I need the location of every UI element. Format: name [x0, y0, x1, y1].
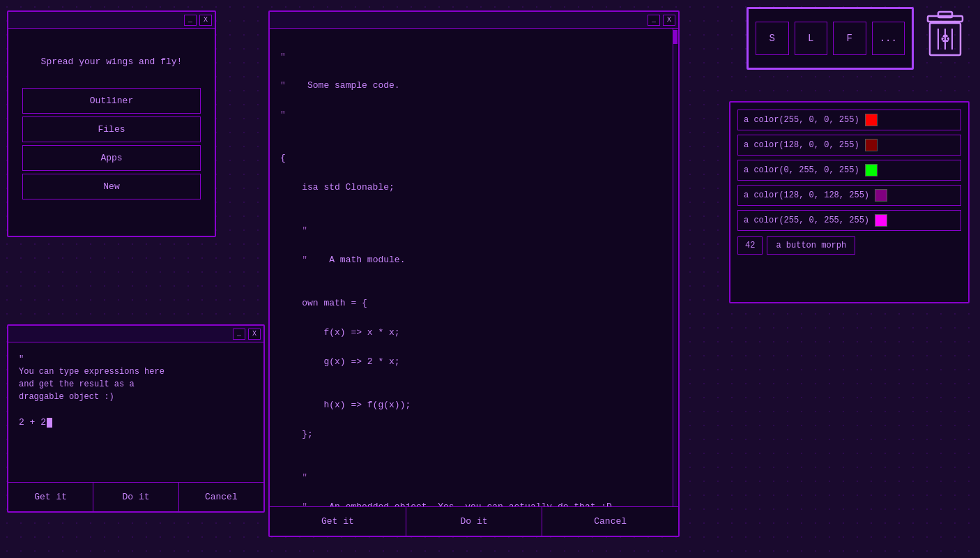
expr-minimize-button[interactable]: _ [233, 329, 245, 340]
expr-content: " You can type expressions here and get … [8, 342, 263, 482]
expression-window: _ X " You can type expressions here and … [7, 324, 265, 513]
close-button[interactable]: X [199, 15, 212, 26]
expr-get-it-button[interactable]: Get it [8, 483, 93, 511]
palette-item-3[interactable]: a color(128, 0, 128, 255) [737, 185, 961, 206]
scroll-thumb [673, 30, 677, 44]
expr-footer: Get it Do it Cancel [8, 482, 263, 511]
code-do-it-button[interactable]: Do it [406, 507, 543, 536]
palette-item-2[interactable]: a color(0, 255, 0, 255) [737, 160, 961, 181]
code-footer: Get it Do it Cancel [270, 506, 678, 536]
palette-item-0[interactable]: a color(255, 0, 0, 255) [737, 110, 961, 130]
expr-input-area: 2 + 2 [19, 417, 253, 428]
sidebar-tagline: Spread your wings and fly! [41, 56, 183, 67]
sidebar-titlebar: _ X [8, 12, 215, 29]
expr-hint: " You can type expressions here and get … [19, 353, 253, 403]
svg-rect-1 [938, 12, 952, 17]
expr-hint-line2: and get the result as a [19, 379, 135, 389]
trash-svg: ♻ [924, 10, 966, 59]
palette-label-0: a color(255, 0, 0, 255) [744, 115, 859, 125]
code-line: " An embedded object. Yes, you can actua… [280, 500, 668, 507]
code-line: " [280, 108, 668, 123]
minimize-button[interactable]: _ [184, 15, 197, 26]
new-button[interactable]: New [22, 174, 201, 199]
code-line: f(x) => x * x; [280, 326, 668, 340]
palette-content: a color(255, 0, 0, 255) a color(128, 0, … [730, 103, 968, 302]
scrollbar[interactable] [673, 29, 677, 506]
code-editor-titlebar: _ X [270, 12, 678, 29]
code-content[interactable]: " " Some sample code. " { isa std Clonab… [270, 29, 678, 506]
palette-bottom-row: 42 a button morph [737, 236, 961, 255]
toolbar-more-button[interactable]: ... [872, 22, 905, 55]
code-get-it-button[interactable]: Get it [270, 507, 406, 536]
palette-window: a color(255, 0, 0, 255) a color(128, 0, … [729, 101, 970, 303]
toolbar-f-button[interactable]: F [833, 22, 866, 55]
apps-button[interactable]: Apps [22, 145, 201, 171]
palette-label-3: a color(128, 0, 128, 255) [744, 190, 869, 200]
sidebar-buttons: Outliner Files Apps New [22, 88, 201, 199]
palette-label-2: a color(0, 255, 0, 255) [744, 165, 859, 175]
svg-text:♻: ♻ [940, 33, 950, 45]
palette-num: 42 [737, 236, 763, 255]
expr-titlebar: _ X [8, 326, 263, 342]
expr-do-it-button[interactable]: Do it [93, 483, 178, 511]
code-line: g(x) => 2 * x; [280, 355, 668, 370]
palette-label-1: a color(128, 0, 0, 255) [744, 140, 859, 150]
code-line: " Some sample code. [280, 79, 668, 93]
code-line: " [280, 224, 668, 239]
files-button[interactable]: Files [22, 116, 201, 142]
expr-cancel-button[interactable]: Cancel [179, 483, 263, 511]
expr-hint-line1: You can type expressions here [19, 367, 164, 377]
sidebar-window: _ X Spread your wings and fly! Outliner … [7, 10, 216, 237]
toolbar-l-button[interactable]: L [795, 22, 828, 55]
expr-hint-quote: " [19, 354, 24, 364]
code-line: h(x) => f(g(x)); [280, 398, 668, 413]
code-line: isa std Clonable; [280, 181, 668, 195]
toolbar-s-button[interactable]: S [756, 22, 789, 55]
code-editor-window: _ X " " Some sample code. " { isa std Cl… [268, 10, 680, 537]
text-cursor [47, 418, 52, 428]
palette-swatch-4 [875, 214, 887, 227]
code-line: " [280, 471, 668, 485]
code-line: " A math module. [280, 253, 668, 268]
code-close-button[interactable]: X [663, 15, 675, 26]
code-minimize-button[interactable]: _ [648, 15, 660, 26]
expr-input-text: 2 + 2 [19, 417, 46, 428]
code-line: " [280, 50, 668, 65]
code-line: }; [280, 428, 668, 442]
palette-swatch-0 [865, 114, 878, 126]
code-cancel-button[interactable]: Cancel [542, 507, 678, 536]
expr-close-button[interactable]: X [248, 329, 261, 340]
outliner-button[interactable]: Outliner [22, 88, 201, 114]
palette-swatch-1 [865, 139, 878, 151]
sidebar-content: Spread your wings and fly! Outliner File… [8, 29, 215, 236]
expr-hint-line3: draggable object :) [19, 392, 114, 402]
palette-label-4: a color(255, 0, 255, 255) [744, 216, 869, 225]
palette-item-4[interactable]: a color(255, 0, 255, 255) [737, 210, 961, 231]
code-line: own math = { [280, 296, 668, 311]
palette-swatch-2 [865, 164, 878, 176]
code-line: { [280, 151, 668, 166]
toolbar-window: S L F ... [747, 7, 914, 70]
button-morph[interactable]: a button morph [767, 236, 855, 255]
palette-item-1[interactable]: a color(128, 0, 0, 255) [737, 135, 961, 156]
palette-swatch-3 [875, 189, 887, 202]
trash-icon[interactable]: ♻ [921, 7, 970, 63]
toolbar-content: S L F ... [749, 9, 912, 68]
